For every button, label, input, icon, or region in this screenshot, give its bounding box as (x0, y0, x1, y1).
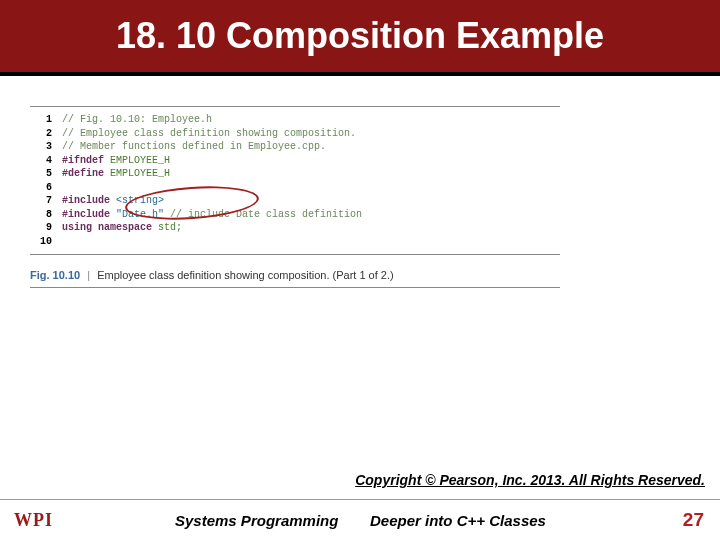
code-line: 7#include <string> (30, 194, 560, 208)
code-line: 5#define EMPLOYEE_H (30, 167, 560, 181)
code-line: 10 (30, 235, 560, 249)
figure-caption: Fig. 10.10 | Employee class definition s… (30, 263, 560, 288)
code-line: 2// Employee class definition showing co… (30, 127, 560, 141)
slide-title-bar: 18. 10 Composition Example (0, 0, 720, 76)
code-line: 3// Member functions defined in Employee… (30, 140, 560, 154)
page-number: 27 (683, 509, 704, 531)
slide-content: 1// Fig. 10.10: Employee.h 2// Employee … (0, 76, 720, 288)
footer-left-text: Systems Programming (175, 512, 338, 529)
code-line: 4#ifndef EMPLOYEE_H (30, 154, 560, 168)
code-line: 6 (30, 181, 560, 195)
caption-divider: | (87, 269, 90, 281)
code-line: 9using namespace std; (30, 221, 560, 235)
footer-mid-text: Deeper into C++ Classes (370, 512, 546, 529)
footer-bar: WPI Systems Programming Deeper into C++ … (0, 499, 720, 540)
code-line: 8#include "Date.h" // include Date class… (30, 208, 560, 222)
wpi-logo: WPI (14, 510, 53, 531)
caption-text: Employee class definition showing compos… (97, 269, 394, 281)
code-listing: 1// Fig. 10.10: Employee.h 2// Employee … (30, 106, 560, 255)
caption-label: Fig. 10.10 (30, 269, 80, 281)
slide-title: 18. 10 Composition Example (116, 15, 604, 57)
copyright-text: Copyright © Pearson, Inc. 2013. All Righ… (355, 472, 705, 488)
code-line: 1// Fig. 10.10: Employee.h (30, 113, 560, 127)
